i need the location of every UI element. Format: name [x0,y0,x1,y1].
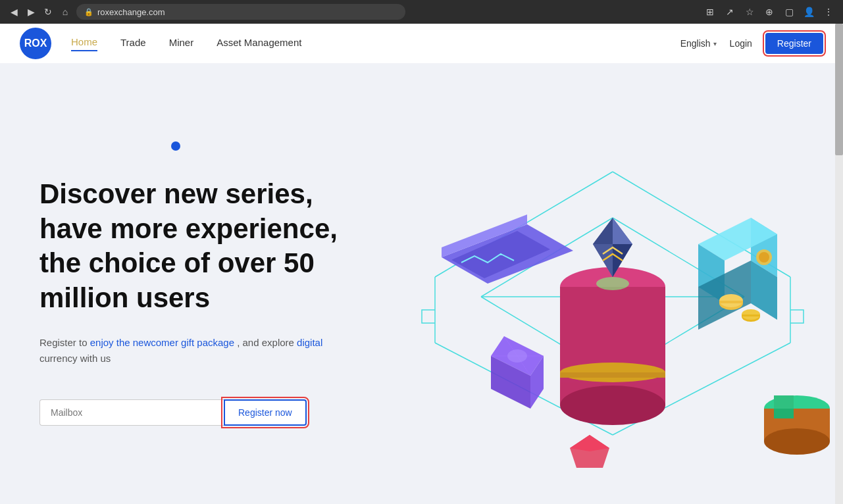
nav-trade[interactable]: Trade [120,37,146,51]
svg-point-35 [596,277,629,290]
svg-marker-38 [593,218,613,244]
scrollbar-thumb[interactable] [835,24,843,155]
share-icon[interactable]: ↗ [723,5,736,18]
svg-point-21 [759,252,769,263]
extensions-icon[interactable]: ⊕ [763,5,776,18]
svg-rect-27 [742,315,760,316]
tab-view-icon[interactable]: ▢ [782,5,796,18]
bookmark-icon[interactable]: ☆ [743,5,756,18]
hero-dot [171,141,180,151]
hero-subtitle: Register to enjoy the newcomer gift pack… [39,335,355,366]
scrollbar-track [835,24,843,504]
svg-rect-34 [560,372,665,378]
hero-form: Register now [39,399,355,426]
nav-links: Home Trade Miner Asset Management [71,36,680,51]
hero-title: Discover new series, have more experienc… [39,177,355,315]
hero-illustration [382,86,843,481]
browser-chrome: ◀ ▶ ↻ ⌂ 🔒 roxexchange.com ⊞ ↗ ☆ ⊕ ▢ 👤 ⋮ [0,0,843,24]
mailbox-input[interactable] [39,399,224,426]
browser-actions: ⊞ ↗ ☆ ⊕ ▢ 👤 ⋮ [703,5,835,18]
chevron-down-icon: ▾ [713,40,717,47]
language-label: English [680,38,711,49]
svg-point-31 [560,386,665,425]
svg-rect-24 [719,301,743,303]
svg-rect-52 [774,395,794,409]
screen-capture-icon[interactable]: ⊞ [703,5,717,18]
home-button[interactable]: ⌂ [59,6,71,18]
nav-right: English ▾ Login Register [680,33,823,54]
menu-icon[interactable]: ⋮ [822,5,835,18]
nav-home[interactable]: Home [71,36,97,51]
language-selector[interactable]: English ▾ [680,38,717,49]
refresh-button[interactable]: ↻ [42,6,54,18]
subtitle-highlight-1: enjoy the newcomer gift package [90,337,234,348]
nav-asset-management[interactable]: Asset Management [217,37,301,51]
lock-icon: 🔒 [84,8,93,16]
register-button[interactable]: Register [765,33,823,54]
svg-marker-37 [613,218,632,244]
subtitle-highlight-2: digital [297,337,322,348]
back-button[interactable]: ◀ [8,6,20,18]
hero-section: Discover new series, have more experienc… [0,63,843,504]
address-bar[interactable]: 🔒 roxexchange.com [76,4,405,20]
forward-button[interactable]: ▶ [25,6,37,18]
svg-point-46 [507,349,527,363]
svg-marker-54 [570,435,609,451]
url-text: roxexchange.com [97,7,165,17]
subtitle-plain-3: currency with us [39,353,111,364]
logo[interactable]: ROX [20,28,51,59]
logo-text: ROX [24,38,47,49]
subtitle-plain-2: , and explore [237,337,297,348]
nav-miner[interactable]: Miner [169,37,194,51]
navbar: ROX Home Trade Miner Asset Management En… [0,24,843,63]
login-button[interactable]: Login [730,38,752,49]
register-now-button[interactable]: Register now [224,399,307,426]
subtitle-plain-1: Register to [39,337,90,348]
svg-point-50 [764,428,830,455]
profile-icon[interactable]: 👤 [802,5,815,18]
hero-content: Discover new series, have more experienc… [0,102,382,465]
